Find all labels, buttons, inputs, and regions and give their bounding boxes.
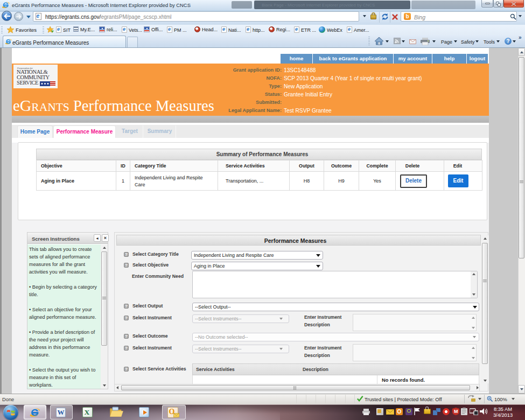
svg-text:M: M [454, 409, 458, 414]
